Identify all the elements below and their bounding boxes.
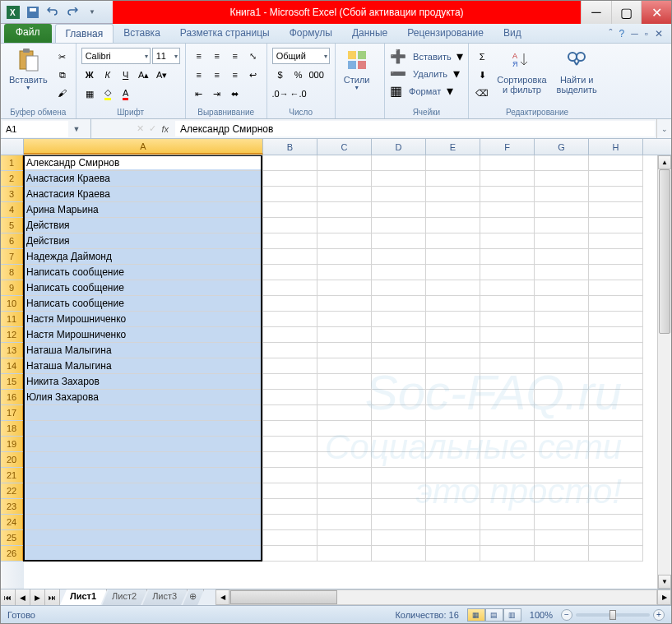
- cell-G26[interactable]: [535, 546, 589, 562]
- cell-H24[interactable]: [589, 515, 643, 530]
- cell-H14[interactable]: [589, 358, 643, 374]
- ribbon-tab-5[interactable]: Рецензирование: [397, 24, 494, 43]
- ribbon-window-close-icon[interactable]: ✕: [655, 28, 663, 39]
- column-header-C[interactable]: C: [317, 139, 372, 155]
- cell-D19[interactable]: [372, 437, 426, 452]
- fx-icon[interactable]: fx: [161, 124, 169, 134]
- cell-F2[interactable]: [480, 171, 535, 187]
- cell-F1[interactable]: [480, 155, 535, 171]
- cell-C9[interactable]: [317, 280, 372, 296]
- row-header-1[interactable]: 1: [1, 155, 24, 171]
- row-header-10[interactable]: 10: [1, 296, 24, 312]
- sheet-nav-next[interactable]: ▶: [30, 589, 45, 605]
- cell-B2[interactable]: [263, 171, 317, 187]
- cell-C10[interactable]: [317, 296, 372, 312]
- font-size-combo[interactable]: 11: [152, 48, 180, 64]
- cell-H9[interactable]: [589, 280, 643, 296]
- cell-E4[interactable]: [426, 202, 480, 218]
- column-header-B[interactable]: B: [263, 139, 317, 155]
- maximize-button[interactable]: ▢: [611, 1, 642, 24]
- cell-D20[interactable]: [372, 452, 426, 468]
- cell-F25[interactable]: [480, 530, 535, 546]
- cell-G1[interactable]: [535, 155, 589, 171]
- enter-formula-icon[interactable]: ✓: [149, 123, 156, 134]
- cell-A10[interactable]: Написать сообщение: [24, 296, 263, 312]
- cell-E1[interactable]: [426, 155, 480, 171]
- cell-E12[interactable]: [426, 327, 480, 343]
- cell-F6[interactable]: [480, 233, 535, 249]
- cell-A18[interactable]: [24, 421, 263, 437]
- cell-C16[interactable]: [317, 390, 372, 405]
- cell-A22[interactable]: [24, 483, 263, 499]
- cell-H22[interactable]: [589, 483, 643, 499]
- align-top-icon[interactable]: ≡: [191, 48, 207, 64]
- cell-B17[interactable]: [263, 405, 317, 421]
- cell-D2[interactable]: [372, 171, 426, 187]
- cell-E10[interactable]: [426, 296, 480, 312]
- minimize-button[interactable]: ─: [581, 1, 611, 24]
- cell-A4[interactable]: Арина Марьина: [24, 202, 263, 218]
- decrease-indent-icon[interactable]: ⇤: [191, 86, 207, 102]
- cell-B12[interactable]: [263, 327, 317, 343]
- qat-customize-icon[interactable]: ▼: [83, 3, 101, 21]
- cell-B6[interactable]: [263, 233, 317, 249]
- cell-A6[interactable]: Действия: [24, 233, 263, 249]
- ribbon-tab-0[interactable]: Главная: [55, 24, 114, 43]
- cell-C14[interactable]: [317, 358, 372, 374]
- wrap-text-icon[interactable]: ↩: [245, 67, 262, 83]
- cell-F10[interactable]: [480, 296, 535, 312]
- cell-C7[interactable]: [317, 249, 372, 265]
- merge-icon[interactable]: ⬌: [227, 86, 243, 102]
- grow-font-icon[interactable]: A▴: [136, 67, 152, 83]
- cell-H23[interactable]: [589, 499, 643, 515]
- cell-C15[interactable]: [317, 374, 372, 390]
- cell-E8[interactable]: [426, 265, 480, 280]
- cell-C2[interactable]: [317, 171, 372, 187]
- cell-E11[interactable]: [426, 312, 480, 327]
- cell-G20[interactable]: [535, 452, 589, 468]
- cell-B11[interactable]: [263, 312, 317, 327]
- cell-C13[interactable]: [317, 343, 372, 358]
- row-header-7[interactable]: 7: [1, 249, 24, 265]
- clear-icon[interactable]: ⌫: [474, 85, 490, 101]
- increase-decimal-icon[interactable]: .0→: [272, 86, 289, 102]
- ribbon-tab-2[interactable]: Разметка страницы: [170, 24, 280, 43]
- row-header-13[interactable]: 13: [1, 343, 24, 358]
- row-header-25[interactable]: 25: [1, 530, 24, 546]
- styles-button[interactable]: Стили ▼: [341, 45, 373, 92]
- sheet-tab-0[interactable]: Лист1: [60, 589, 107, 605]
- cell-A24[interactable]: [24, 515, 263, 530]
- orientation-icon[interactable]: ⤡: [245, 48, 262, 64]
- cell-A26[interactable]: [24, 546, 263, 562]
- align-center-icon[interactable]: ≡: [209, 67, 225, 83]
- cell-A15[interactable]: Никита Захаров: [24, 374, 263, 390]
- cell-B9[interactable]: [263, 280, 317, 296]
- cell-C25[interactable]: [317, 530, 372, 546]
- excel-icon[interactable]: X: [4, 3, 22, 21]
- cell-H18[interactable]: [589, 421, 643, 437]
- zoom-out-button[interactable]: −: [561, 609, 572, 621]
- column-header-F[interactable]: F: [480, 139, 535, 155]
- cell-D25[interactable]: [372, 530, 426, 546]
- row-header-19[interactable]: 19: [1, 437, 24, 452]
- row-header-20[interactable]: 20: [1, 452, 24, 468]
- cell-E24[interactable]: [426, 515, 480, 530]
- row-header-17[interactable]: 17: [1, 405, 24, 421]
- cell-E22[interactable]: [426, 483, 480, 499]
- cell-H10[interactable]: [589, 296, 643, 312]
- cell-D12[interactable]: [372, 327, 426, 343]
- cell-H2[interactable]: [589, 171, 643, 187]
- cell-B16[interactable]: [263, 390, 317, 405]
- cell-D14[interactable]: [372, 358, 426, 374]
- cell-D3[interactable]: [372, 187, 426, 202]
- align-middle-icon[interactable]: ≡: [209, 48, 225, 64]
- cell-G24[interactable]: [535, 515, 589, 530]
- cell-A1[interactable]: Александр Смирнов: [24, 155, 263, 171]
- cell-C19[interactable]: [317, 437, 372, 452]
- cell-F11[interactable]: [480, 312, 535, 327]
- cell-A5[interactable]: Действия: [24, 218, 263, 233]
- paste-button[interactable]: Вставить ▼: [6, 45, 51, 92]
- view-page-break-icon[interactable]: ▥: [503, 608, 521, 622]
- cell-E3[interactable]: [426, 187, 480, 202]
- font-color-icon[interactable]: A: [118, 86, 134, 102]
